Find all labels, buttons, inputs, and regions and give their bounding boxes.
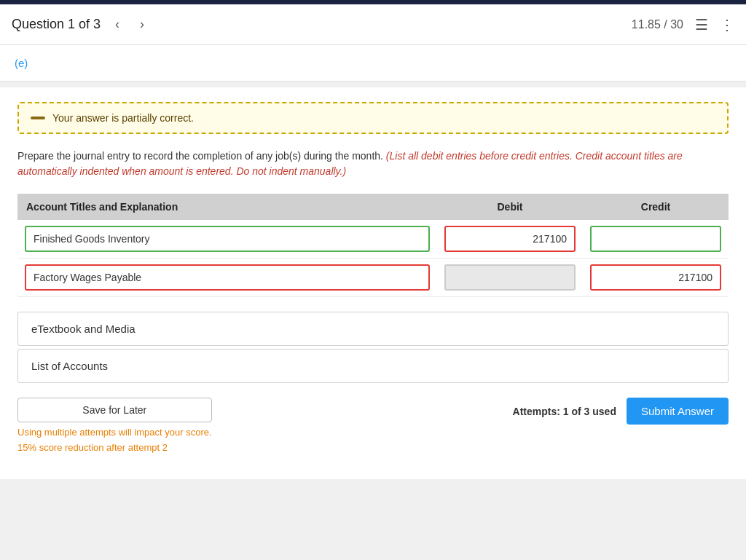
- debit-input-2[interactable]: [444, 264, 576, 291]
- col-header-account: Account Titles and Explanation: [17, 194, 437, 220]
- nav-right: 11.85 / 30 ☰ ⋮: [632, 16, 734, 33]
- note-line-1: Using multiple attempts will impact your…: [17, 427, 212, 438]
- note-line-2: 15% score reduction after attempt 2: [17, 442, 168, 453]
- account-input-1[interactable]: [25, 226, 430, 252]
- debit-cell-1: [437, 220, 583, 259]
- col-header-debit: Debit: [437, 194, 583, 220]
- account-cell-2: [17, 259, 437, 297]
- prev-arrow-button[interactable]: ‹: [109, 14, 125, 35]
- footer-actions: Save for Later Using multiple attempts w…: [17, 386, 729, 462]
- nav-bar: Question 1 of 3 ‹ › 11.85 / 30 ☰ ⋮: [0, 4, 746, 45]
- credit-input-2[interactable]: [590, 264, 721, 291]
- debit-input-1[interactable]: [444, 226, 576, 252]
- footer-right: Attempts: 1 of 3 used Submit Answer: [513, 398, 729, 425]
- account-input-2[interactable]: [25, 264, 430, 291]
- instructions: Prepare the journal entry to record the …: [17, 149, 729, 179]
- content-area: (e) Your answer is partially correct. Pr…: [0, 45, 746, 479]
- list-of-accounts-section: List of Accounts: [17, 349, 729, 383]
- table-row: [17, 220, 729, 259]
- save-later-button[interactable]: Save for Later: [17, 398, 212, 422]
- list-icon-button[interactable]: ☰: [695, 16, 708, 33]
- table-body: [17, 220, 729, 297]
- next-arrow-button[interactable]: ›: [134, 14, 150, 35]
- table-header: Account Titles and Explanation Debit Cre…: [17, 194, 729, 220]
- footer-note: Using multiple attempts will impact your…: [17, 425, 212, 456]
- banner-text: Your answer is partially correct.: [52, 112, 194, 124]
- more-icon-button[interactable]: ⋮: [720, 16, 734, 33]
- table-row: [17, 259, 729, 297]
- partial-correct-banner: Your answer is partially correct.: [17, 102, 729, 134]
- header-row: Account Titles and Explanation Debit Cre…: [17, 194, 729, 220]
- main-panel: Your answer is partially correct. Prepar…: [0, 87, 746, 479]
- question-label: Question 1 of 3: [12, 17, 101, 32]
- etextbook-section: eTextbook and Media: [17, 312, 729, 346]
- part-label: (e): [15, 57, 28, 69]
- footer-left: Save for Later Using multiple attempts w…: [17, 398, 212, 456]
- score-display: 11.85 / 30: [632, 18, 683, 31]
- credit-cell-1: [583, 220, 729, 259]
- account-cell-1: [17, 220, 437, 259]
- debit-cell-2: [437, 259, 583, 297]
- nav-left: Question 1 of 3 ‹ ›: [12, 14, 150, 35]
- instructions-main: Prepare the journal entry to record the …: [17, 150, 383, 162]
- section-label-container: (e): [0, 45, 746, 82]
- submit-answer-button[interactable]: Submit Answer: [627, 398, 729, 425]
- list-of-accounts-header[interactable]: List of Accounts: [18, 350, 728, 382]
- col-header-credit: Credit: [583, 194, 729, 220]
- attempts-label: Attempts: 1 of 3 used: [513, 406, 616, 417]
- etextbook-header[interactable]: eTextbook and Media: [18, 312, 728, 345]
- dash-icon: [31, 117, 45, 119]
- journal-table: Account Titles and Explanation Debit Cre…: [17, 194, 729, 297]
- credit-cell-2: [583, 259, 729, 297]
- credit-input-1[interactable]: [590, 226, 721, 252]
